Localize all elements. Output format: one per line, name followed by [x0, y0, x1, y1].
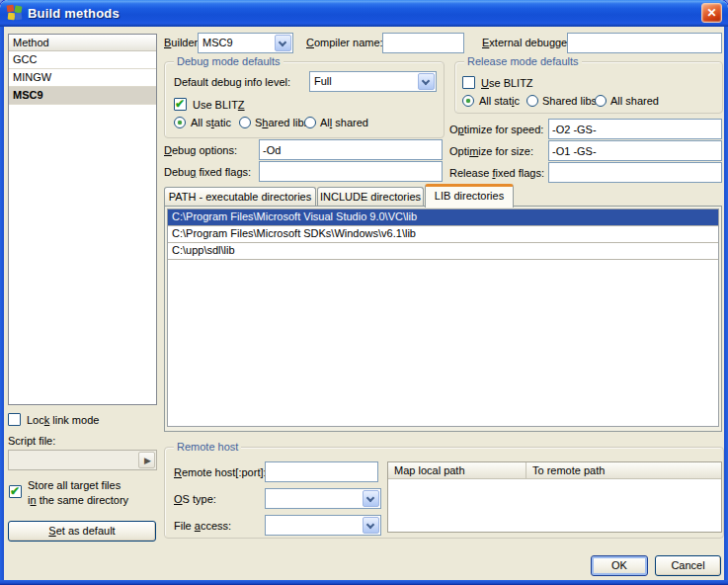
optimize-speed-label: Optimize for speed:	[449, 124, 543, 135]
tab-lib-directories[interactable]: LIB directories	[425, 184, 514, 208]
arrow-right-icon: ▶	[144, 456, 151, 465]
tab-include-directories[interactable]: INCLUDE directories	[317, 187, 424, 207]
script-file-expand-button[interactable]: ▶	[138, 452, 155, 468]
debug-info-level-dropdown-button[interactable]	[418, 73, 435, 90]
method-row-mingw[interactable]: MINGW	[9, 69, 156, 87]
optimize-size-input[interactable]	[548, 140, 722, 161]
app-icon	[7, 5, 23, 21]
compiler-name-label: Compiler name:	[306, 37, 383, 48]
lib-directories-list[interactable]: C:\Program Files\Microsoft Visual Studio…	[167, 209, 719, 427]
ok-button[interactable]: OK	[591, 555, 648, 576]
lock-link-mode-label: Lock link mode	[27, 414, 99, 426]
os-type-label: OS type:	[174, 493, 216, 505]
builder-combobox[interactable]: MSC9	[198, 33, 293, 53]
release-fixed-flags-label: Release fixed flags:	[449, 167, 544, 179]
store-target-files-label-line1: Store all target files	[28, 479, 121, 491]
release-shared-libs-radio[interactable]	[526, 95, 538, 107]
lock-link-mode-checkbox[interactable]	[8, 413, 21, 426]
release-all-static-label: All static	[479, 95, 520, 107]
window-title: Build methods	[28, 6, 120, 21]
debug-shared-libs-label: Shared libs	[255, 117, 309, 128]
path-map-table-header: Map local path To remote path	[388, 462, 721, 479]
lib-directories-pane: C:\Program Files\Microsoft Visual Studio…	[164, 206, 722, 432]
debug-fixed-flags-input[interactable]	[259, 161, 443, 182]
path-map-table: Map local path To remote path	[387, 461, 722, 533]
release-use-blitz-label: Use BLITZ	[481, 77, 533, 89]
release-all-shared-label: All shared	[610, 95, 659, 107]
debug-use-blitz-checkbox[interactable]: ✔	[174, 98, 187, 111]
debug-fixed-flags-label: Debug fixed flags:	[164, 166, 251, 178]
optimize-size-label: Optimize for size:	[449, 145, 533, 157]
cancel-button[interactable]: Cancel	[655, 555, 721, 576]
remote-host-port-label: Remote host[:port]:	[174, 466, 267, 478]
debug-all-shared-label: All shared	[320, 117, 368, 128]
os-type-combobox[interactable]	[265, 488, 381, 509]
external-debugger-input[interactable]	[567, 33, 722, 53]
external-debugger-label: External debugger:	[482, 37, 574, 48]
tab-path-directories[interactable]: PATH - executable directories	[164, 187, 316, 207]
debug-all-static-radio[interactable]	[174, 117, 186, 128]
debug-options-input[interactable]	[259, 139, 443, 160]
check-icon: ✔	[10, 484, 20, 498]
debug-info-level-label: Default debug info level:	[174, 76, 290, 88]
file-access-dropdown-button[interactable]	[363, 517, 379, 534]
remote-host-title: Remote host	[174, 441, 241, 453]
store-target-files-label-line2: in the same directory	[28, 494, 128, 506]
script-file-combobox[interactable]: ▶	[8, 450, 157, 470]
build-methods-dialog: Build methods ✕ Method GCC MINGW MSC9 Bu…	[0, 0, 728, 585]
file-access-combobox[interactable]	[265, 515, 381, 536]
script-file-label: Script file:	[8, 435, 55, 447]
compiler-name-input[interactable]	[382, 33, 464, 53]
release-fixed-flags-input[interactable]	[548, 162, 722, 183]
chevron-down-icon	[279, 39, 286, 46]
map-local-path-header[interactable]: Map local path	[388, 462, 526, 478]
os-type-dropdown-button[interactable]	[363, 490, 379, 507]
builder-dropdown-button[interactable]	[275, 35, 291, 51]
window-frame-bottom	[0, 580, 728, 585]
method-row-gcc[interactable]: GCC	[9, 51, 156, 69]
method-list: Method GCC MINGW MSC9	[8, 34, 157, 405]
window-frame-right	[724, 27, 728, 585]
close-button[interactable]: ✕	[701, 3, 722, 23]
method-list-header[interactable]: Method	[9, 35, 156, 51]
debug-mode-defaults-title: Debug mode defaults	[174, 55, 283, 67]
lib-dir-row[interactable]: C:\upp\sdl\lib	[168, 243, 718, 260]
chevron-down-icon	[366, 521, 374, 529]
chevron-down-icon	[366, 494, 374, 502]
release-all-static-radio[interactable]	[462, 95, 474, 107]
release-shared-libs-label: Shared libs	[542, 95, 597, 107]
release-use-blitz-checkbox[interactable]	[462, 76, 475, 89]
debug-shared-libs-radio[interactable]	[239, 117, 251, 128]
release-mode-defaults-title: Release mode defaults	[464, 55, 582, 67]
method-row-msc9[interactable]: MSC9	[9, 87, 156, 105]
lib-dir-row[interactable]: C:\Program Files\Microsoft SDKs\Windows\…	[168, 226, 718, 243]
debug-all-shared-radio[interactable]	[304, 117, 316, 128]
file-access-label: File access:	[174, 520, 231, 532]
debug-options-label: Debug options:	[164, 144, 237, 156]
builder-label: Builder:	[164, 37, 201, 48]
title-bar[interactable]: Build methods ✕	[0, 0, 728, 27]
check-icon: ✔	[175, 97, 185, 111]
to-remote-path-header[interactable]: To remote path	[526, 462, 721, 478]
debug-info-level-value: Full	[314, 75, 332, 87]
release-all-shared-radio[interactable]	[595, 95, 607, 107]
remote-host-input[interactable]	[265, 461, 378, 482]
store-target-files-checkbox[interactable]: ✔	[9, 485, 22, 498]
set-as-default-button[interactable]: Set as default	[8, 521, 156, 542]
lib-dir-row[interactable]: C:\Program Files\Microsoft Visual Studio…	[168, 209, 718, 226]
debug-all-static-label: All static	[191, 117, 231, 128]
debug-info-level-combobox[interactable]: Full	[309, 71, 437, 92]
chevron-down-icon	[422, 77, 430, 85]
debug-use-blitz-label: Use BLITZ	[193, 99, 245, 111]
optimize-speed-input[interactable]	[548, 119, 722, 139]
builder-value: MSC9	[202, 37, 233, 48]
window-frame-left	[0, 27, 4, 585]
